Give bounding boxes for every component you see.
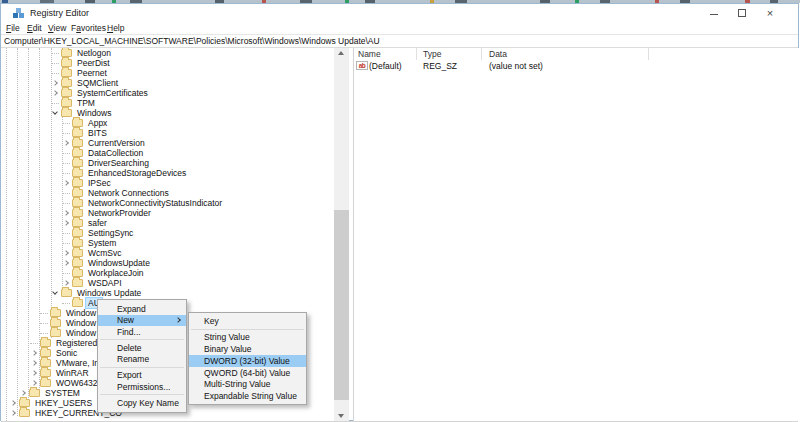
tree-node-peerdist[interactable]: PeerDist [1,58,112,68]
menubar-item-help[interactable]: Help [107,23,124,33]
tree-node-netlogon[interactable]: Netlogon [1,48,113,58]
menu-item-expand[interactable]: Expand [98,303,186,315]
tree-node-peernet[interactable]: Peernet [1,68,109,78]
chevron-right-icon[interactable] [63,140,69,146]
chevron-right-icon[interactable] [63,210,69,216]
title-bar[interactable]: Registry Editor × [1,4,798,23]
chevron-right-icon[interactable] [10,400,16,406]
tree-toggle[interactable] [62,259,71,268]
tree-node-sonic[interactable]: Sonic [1,348,79,358]
tree-node-settingsync[interactable]: SettingSync [1,228,135,238]
chevron-right-icon[interactable] [63,220,69,226]
tree-node-networkconnectivitystatusindicator[interactable]: NetworkConnectivityStatusIndicator [1,198,224,208]
scrollbar-thumb[interactable] [334,210,349,400]
column-header-data[interactable]: Data [489,49,507,59]
menu-item-export[interactable]: Export [98,370,186,382]
submenu-item-string-value[interactable]: String Value [189,331,306,343]
tree-toggle[interactable] [51,289,60,298]
tree-node-sqmclient[interactable]: SQMClient [1,78,120,88]
tree-scrollbar[interactable] [334,48,349,421]
submenu-item-expandable-string-value[interactable]: Expandable String Value [189,390,306,402]
column-resize-handle[interactable] [416,48,417,60]
chevron-down-icon[interactable] [52,109,58,115]
tree-toggle[interactable] [9,399,18,408]
value-row[interactable]: ab(Default)REG_SZ(value not set) [354,60,799,71]
tree-node-bits[interactable]: BITS [1,128,109,138]
menubar-item-file[interactable]: File [6,23,20,33]
address-bar[interactable]: Computer\HKEY_LOCAL_MACHINE\SOFTWARE\Pol… [1,35,798,47]
chevron-down-icon[interactable] [52,289,58,295]
submenu-item-dword-32-bit-value[interactable]: DWORD (32-bit) Value [189,355,306,367]
menu-item-find[interactable]: Find... [98,326,186,338]
tree-node-window[interactable]: Window [1,318,98,328]
tree-node-hkey-users[interactable]: HKEY_USERS [1,398,94,408]
tree-toggle [40,319,49,328]
column-header-type[interactable]: Type [423,49,441,59]
tree-toggle[interactable] [62,179,71,188]
chevron-right-icon[interactable] [31,380,37,386]
value-type: REG_SZ [423,61,457,71]
tree-node-appx[interactable]: Appx [1,118,109,128]
chevron-right-icon[interactable] [52,90,58,96]
tree-toggle[interactable] [51,79,60,88]
chevron-right-icon[interactable] [10,410,16,416]
submenu-item-multi-string-value[interactable]: Multi-String Value [189,378,306,390]
tree-node-window[interactable]: Window [1,308,98,318]
chevron-right-icon[interactable] [63,250,69,256]
menubar-item-view[interactable]: View [48,23,66,33]
submenu-item-key[interactable]: Key [189,315,306,327]
tree-toggle[interactable] [30,369,39,378]
tree-toggle[interactable] [62,139,71,148]
tree-node-system[interactable]: SYSTEM [1,388,82,398]
menubar-item-edit[interactable]: Edit [27,23,42,33]
tree-toggle[interactable] [30,349,39,358]
chevron-right-icon[interactable] [52,80,58,86]
tree-node-windows[interactable]: Windows [1,108,113,118]
chevron-right-icon[interactable] [31,350,37,356]
menu-item-rename[interactable]: Rename [98,354,186,366]
chevron-right-icon[interactable] [63,180,69,186]
tree-connector [40,323,48,324]
maximize-button[interactable] [728,4,756,23]
tree-toggle[interactable] [62,219,71,228]
tree-toggle[interactable] [9,409,18,418]
tree-toggle[interactable] [62,209,71,218]
scroll-up-arrow[interactable] [334,48,349,59]
menu-item-permissions[interactable]: Permissions... [98,381,186,393]
chevron-right-icon[interactable] [63,280,69,286]
menu-item-new[interactable]: New [98,315,186,327]
column-header-name[interactable]: Name [358,49,381,59]
tree-node-network-connections[interactable]: Network Connections [1,188,171,198]
tree-node-window[interactable]: Window [1,328,98,338]
tree-node-wcmsvc[interactable]: WcmSvc [1,248,124,258]
menubar-item-favorites[interactable]: Favorites [71,23,106,33]
column-resize-handle[interactable] [648,48,649,60]
submenu-item-qword-64-bit-value[interactable]: QWORD (64-bit) Value [189,367,306,379]
tree-node-ipsec[interactable]: IPSec [1,178,113,188]
submenu-item-binary-value[interactable]: Binary Value [189,343,306,355]
chevron-right-icon[interactable] [63,260,69,266]
minimize-button[interactable] [700,4,728,23]
tree-toggle[interactable] [51,89,60,98]
tree-toggle [62,159,71,168]
scroll-down-arrow[interactable] [334,410,349,421]
tree-toggle[interactable] [30,359,39,368]
tree-node-label: Windows Update [75,288,143,298]
column-resize-handle[interactable] [481,48,482,60]
close-button[interactable]: × [756,4,784,23]
tree-node-enhancedstoragedevices[interactable]: EnhancedStorageDevices [1,168,188,178]
menu-item-copy-key-name[interactable]: Copy Key Name [98,397,186,409]
tree-node-windows-update[interactable]: Windows Update [1,288,143,298]
tree-toggle[interactable] [62,249,71,258]
tree-toggle[interactable] [51,109,60,118]
tree-node-safer[interactable]: safer [1,218,109,228]
tree-node-system[interactable]: System [1,238,118,248]
chevron-right-icon[interactable] [31,360,37,366]
tree-node-vmware-inc[interactable]: VMware, Inc. [1,358,108,368]
tree-node-tpm[interactable]: TPM [1,98,97,108]
chevron-right-icon[interactable] [31,370,37,376]
chevron-right-icon[interactable] [20,390,26,396]
menu-item-delete[interactable]: Delete [98,342,186,354]
tree-node-systemcertificates[interactable]: SystemCertificates [1,88,150,98]
tree-node-wow6432no[interactable]: WOW6432No [1,378,110,388]
